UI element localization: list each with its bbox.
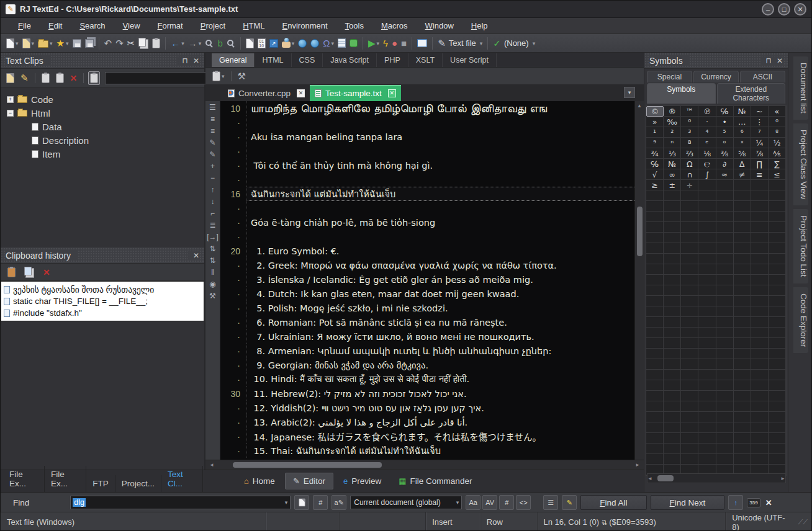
menu-search[interactable]: Search xyxy=(71,19,114,33)
symbol-cell[interactable] xyxy=(681,422,698,433)
symbol-cell[interactable] xyxy=(734,454,751,465)
insert-marker-icon[interactable]: [→] xyxy=(207,233,219,241)
line-numbers-icon[interactable]: 01 10 xyxy=(256,37,268,50)
symbol-cell[interactable] xyxy=(698,401,716,412)
side-tab-project-todo-list[interactable]: Project Todo List xyxy=(793,209,808,283)
symbol-cell[interactable]: ~ xyxy=(751,106,769,117)
find-doc-option-icon[interactable] xyxy=(294,495,309,510)
symbol-cell[interactable] xyxy=(698,444,716,454)
symbol-cell[interactable] xyxy=(664,190,681,201)
symbol-cell[interactable] xyxy=(751,401,769,412)
symbol-cell[interactable]: ≡ xyxy=(751,169,769,180)
menu-project[interactable]: Project xyxy=(192,19,234,33)
symbol-cell[interactable]: © xyxy=(646,106,664,117)
symbol-cell[interactable] xyxy=(716,254,734,264)
symbol-cell[interactable] xyxy=(769,328,786,338)
symbol-cell[interactable] xyxy=(769,296,786,306)
env-tab-php[interactable]: PHP xyxy=(377,53,408,67)
tree-node-code[interactable]: +Code xyxy=(7,92,198,106)
symbol-cell[interactable]: ⅝ xyxy=(734,148,751,159)
symbol-cell[interactable] xyxy=(734,201,751,212)
save-icon[interactable] xyxy=(71,38,83,49)
symbol-cell[interactable]: ∩ xyxy=(681,169,698,180)
doc-tab-converter.cpp[interactable]: Converter.cpp✕ xyxy=(223,85,310,101)
scroll-right-icon[interactable]: ► xyxy=(631,462,644,468)
symbol-cell[interactable] xyxy=(769,275,786,285)
menu-environment[interactable]: Environment xyxy=(274,19,336,33)
symbol-cell[interactable] xyxy=(681,380,698,391)
symbol-cell[interactable] xyxy=(646,317,664,328)
tab-list-dropdown-icon[interactable]: ▾ xyxy=(624,87,635,98)
menu-tools[interactable]: Tools xyxy=(336,19,372,33)
symbol-cell[interactable] xyxy=(769,201,786,212)
symbol-cell[interactable]: ∞ xyxy=(664,169,681,180)
upload-web-icon[interactable] xyxy=(296,38,309,49)
symbol-cell[interactable] xyxy=(716,454,734,465)
scroll-left-icon[interactable]: ◄ xyxy=(647,474,652,483)
symbol-cell[interactable] xyxy=(664,359,681,370)
side-tab-project-class-view[interactable]: Project Class View xyxy=(793,123,808,205)
copy-history-icon[interactable] xyxy=(22,266,36,279)
editor-line[interactable]: · xyxy=(220,172,634,187)
scroll-left-icon[interactable]: ◄ xyxy=(205,462,218,468)
symbol-cell[interactable] xyxy=(698,370,716,380)
editor-text-area[interactable]: 10யாமறிந்த மொழிகளிலே தமிழ்மொழி போல் இனித… xyxy=(220,101,634,460)
symbol-cell[interactable]: ³ xyxy=(681,127,698,138)
symbol-cell[interactable]: ∆ xyxy=(734,159,751,169)
panel-tab-3[interactable]: Project... xyxy=(115,475,161,492)
find-scope-select[interactable]: Current document (global) ▾ xyxy=(350,496,462,509)
symbol-cell[interactable]: ½ xyxy=(769,138,786,148)
symbol-cell[interactable] xyxy=(769,180,786,190)
symbol-cell[interactable] xyxy=(751,190,769,201)
symbol-cell[interactable] xyxy=(734,222,751,233)
symbol-cell[interactable] xyxy=(664,285,681,296)
clip-search-input[interactable] xyxy=(105,72,216,84)
tree-leaf-data[interactable]: Data xyxy=(7,120,198,133)
symbol-cell[interactable] xyxy=(751,212,769,222)
symbol-cell[interactable]: ℅ xyxy=(646,159,664,169)
symbol-cell[interactable] xyxy=(664,317,681,328)
menu-edit[interactable]: Edit xyxy=(40,19,71,33)
symbol-cell[interactable] xyxy=(664,243,681,254)
cut-icon[interactable]: ✂ xyxy=(125,37,137,50)
dropdown-icon[interactable]: ▾ xyxy=(480,40,483,47)
symbol-cell[interactable] xyxy=(646,433,664,444)
symbol-cell[interactable]: ‰ xyxy=(664,117,681,127)
dropdown-icon[interactable]: ▾ xyxy=(50,40,53,47)
symbol-cell[interactable] xyxy=(698,380,716,391)
menu-macros[interactable]: Macros xyxy=(372,19,417,33)
editor-line[interactable]: · 2. Greek: Μπορώ να φάω σπασμένα γυαλιά… xyxy=(220,258,634,272)
symbol-cell[interactable] xyxy=(646,233,664,243)
symbol-cell[interactable] xyxy=(716,444,734,454)
symbol-cell[interactable]: ª xyxy=(681,138,698,148)
symbol-cell[interactable]: № xyxy=(664,159,681,169)
symbol-cell[interactable] xyxy=(698,306,716,317)
symbol-cell[interactable] xyxy=(716,180,734,190)
symbol-cell[interactable] xyxy=(646,296,664,306)
symbol-cell[interactable] xyxy=(698,454,716,465)
color-picker-icon[interactable]: ▾ xyxy=(280,37,297,49)
symbol-cell[interactable] xyxy=(646,359,664,370)
symbol-cell[interactable] xyxy=(751,285,769,296)
menu-format[interactable]: Format xyxy=(149,19,192,33)
view-tab-file-commander[interactable]: ▦File Commander xyxy=(391,473,479,489)
move-line-down-icon[interactable]: ↓ xyxy=(211,198,215,205)
symbol-cell[interactable] xyxy=(698,254,716,264)
editor-line[interactable]: · 5. Polish: Mogę jeść szkło, i mi nie s… xyxy=(220,301,634,315)
symbol-cell[interactable] xyxy=(646,444,664,454)
symbol-cell[interactable] xyxy=(751,264,769,275)
symbol-cell[interactable] xyxy=(734,422,751,433)
symbol-cell[interactable] xyxy=(734,444,751,454)
symbol-cell[interactable] xyxy=(751,201,769,212)
symbol-cell[interactable]: … xyxy=(734,117,751,127)
symbol-cell[interactable]: ⁷ xyxy=(751,127,769,138)
symbol-cell[interactable] xyxy=(698,317,716,328)
status-selection-mode[interactable]: Row xyxy=(480,512,538,531)
panel-tab-0[interactable]: File Ex... xyxy=(3,466,45,492)
symbol-cell[interactable] xyxy=(734,328,751,338)
symbol-cell[interactable] xyxy=(769,264,786,275)
symbol-cell[interactable] xyxy=(664,306,681,317)
menu-file[interactable]: File xyxy=(9,19,40,33)
symbol-cell[interactable]: ⅓ xyxy=(664,148,681,159)
env-tab-html[interactable]: HTML xyxy=(255,53,291,67)
